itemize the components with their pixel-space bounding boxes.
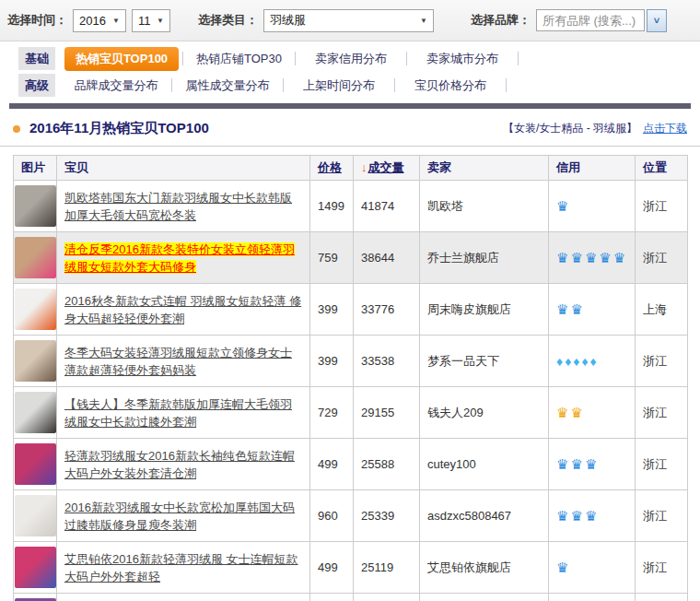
location-cell: 浙江 [636,542,688,594]
location-cell: 浙江 [636,181,688,232]
brand-dropdown-button[interactable]: ˅ [647,9,667,32]
product-thumbnail[interactable] [15,392,56,433]
table-row: 凯欧塔韩国东大门新款羽绒服女中长款韩版加厚大毛领大码宽松冬装 1499 4187… [14,181,688,232]
product-title-link[interactable]: 2016秋冬新款女式连帽 羽绒服女短款轻薄 修身大码超轻轻便外套潮 [64,294,301,325]
volume-cell [354,594,420,601]
tab-hot-items-top100[interactable]: 热销宝贝TOP100 [64,47,179,71]
volume-cell: 25119 [354,542,420,594]
product-thumbnail[interactable] [15,237,56,278]
col-header-volume-sort[interactable]: ↓成交量 [354,156,420,181]
product-thumbnail[interactable] [15,443,56,485]
caret-down-icon: ▼ [420,17,427,25]
month-select[interactable]: 11 ▼ [132,9,170,32]
volume-cell: 33538 [354,336,420,387]
tab-separator [171,78,172,92]
product-title-link[interactable]: 冬季大码女装轻薄羽绒服短款立领修身女士薄款超薄轻便外套妈妈装 [64,346,292,377]
tab-seller-city-distribution[interactable]: 卖家城市分布 [411,47,514,71]
table-row: 艾思铂依2016新款轻薄羽绒服 女士连帽短款大码户外外套超轻 499 25119… [14,542,688,594]
seller-cell: 梦系一品天下 [420,336,549,387]
advanced-tab-row: 高级 品牌成交量分布 属性成交量分布 上架时间分布 宝贝价格分布 [0,72,700,99]
volume-cell: 41874 [354,181,420,232]
table-row: 茄田2016新款韩版修身轻薄反季清仓羽绒服女短款连 ♛♛ [14,594,688,601]
seller-cell: 艾思铂依旗舰店 [420,542,549,594]
product-title-link[interactable]: 清仓反季2016新款冬装特价女装立领轻薄羽绒服女短款外套大码修身 [64,242,295,274]
product-title-link[interactable]: 【钱夫人】冬季新款韩版加厚连帽大毛领羽绒服女中长款过膝外套潮 [64,397,292,429]
price-cell: 729 [310,387,354,439]
product-thumbnail[interactable] [15,340,56,382]
sort-desc-icon: ↓ [361,160,368,174]
seller-cell: 钱夫人209 [420,387,549,439]
volume-cell: 25339 [354,490,420,542]
seller-cell: asdzxc5808467 [420,490,549,542]
tab-group-advanced: 高级 [18,74,55,97]
basic-tab-row: 基础 热销宝贝TOP100 热销店铺TOP30 卖家信用分布 卖家城市分布 [0,45,700,72]
caret-down-icon: ▼ [112,17,120,25]
price-cell: 960 [310,490,354,542]
volume-cell: 25588 [354,439,420,490]
time-filter-label: 选择时间： [7,12,67,29]
product-thumbnail[interactable] [15,547,56,588]
tab-separator [394,78,395,92]
volume-cell: 33776 [354,284,420,336]
credit-icons: ♛♛♛ [556,508,599,524]
month-select-value: 11 [138,14,151,28]
credit-icons: ♛♛ [556,405,585,420]
col-header-seller: 卖家 [420,156,549,181]
location-cell: 浙江 [636,439,688,490]
tab-hot-shops-top30[interactable]: 热销店铺TOP30 [187,47,291,71]
seller-cell: 凯欧塔 [420,181,549,232]
location-cell: 浙江 [636,387,688,439]
brand-filter-label: 选择品牌： [471,12,531,29]
volume-cell: 38644 [354,232,420,284]
chevron-down-icon: ˅ [654,15,659,26]
table-row: 轻薄款羽绒服女2016新款长袖纯色短款连帽大码户外女装外套清仓潮 499 255… [14,439,688,490]
table-row: 2016新款羽绒服女中长款宽松加厚韩国大码过膝韩版修身显瘦冬装潮 960 253… [14,490,688,542]
brand-filter: ˅ [536,9,667,32]
tab-attribute-volume-distribution[interactable]: 属性成交量分布 [176,74,279,98]
price-cell: 399 [310,336,354,387]
product-thumbnail[interactable] [15,289,56,330]
product-thumbnail[interactable] [15,495,56,536]
product-title-link[interactable]: 轻薄款羽绒服女2016新款长袖纯色短款连帽大码户外女装外套清仓潮 [64,449,295,480]
divider [0,146,700,147]
product-thumbnail[interactable] [15,185,56,227]
volume-cell: 29155 [354,387,420,439]
download-link[interactable]: 点击下载 [643,121,687,136]
category-path: 【女装/女士精品 - 羽绒服】 [503,121,637,136]
tab-brand-volume-distribution[interactable]: 品牌成交量分布 [64,74,168,98]
bullet-icon [13,125,20,133]
tab-navigation: 基础 热销宝贝TOP100 热销店铺TOP30 卖家信用分布 卖家城市分布 高级… [0,41,700,109]
tab-separator [518,52,519,65]
col-header-location: 位置 [636,156,688,181]
col-header-price-sort[interactable]: 价格 [310,156,354,181]
seller-cell: 周末嗨皮旗舰店 [420,284,549,336]
tab-item-price-distribution[interactable]: 宝贝价格分布 [399,74,502,98]
tab-separator [506,78,507,92]
top100-table: 图片 宝贝 价格 ↓成交量 卖家 信用 位置 凯欧塔韩国东大门新款羽绒服女中长款… [13,155,688,601]
credit-icons: ♦♦♦♦♦ [556,354,599,369]
tab-separator [182,52,183,65]
year-select[interactable]: 2016 ▼ [73,9,126,32]
category-select[interactable]: 羽绒服 ▼ [263,9,434,32]
category-filter-label: 选择类目： [198,12,258,29]
seller-cell [420,594,549,601]
tab-seller-credit-distribution[interactable]: 卖家信用分布 [299,47,402,71]
location-cell [636,594,688,601]
product-title-link[interactable]: 凯欧塔韩国东大门新款羽绒服女中长款韩版加厚大毛领大码宽松冬装 [64,191,292,222]
tab-listing-time-distribution[interactable]: 上架时间分布 [287,74,391,98]
tab-separator [295,52,296,65]
tab-group-basic: 基础 [18,47,55,70]
brand-search-input[interactable] [536,9,645,31]
price-cell [310,594,354,601]
col-header-image: 图片 [14,156,57,181]
caret-down-icon: ▼ [157,17,164,25]
table-row: 冬季大码女装轻薄羽绒服短款立领修身女士薄款超薄轻便外套妈妈装 399 33538… [14,336,688,387]
product-title-link[interactable]: 2016新款羽绒服女中长款宽松加厚韩国大码过膝韩版修身显瘦冬装潮 [64,501,295,532]
page-title: 2016年11月热销宝贝TOP100 [29,120,209,137]
filter-bar: 选择时间： 2016 ▼ 11 ▼ 选择类目： 羽绒服 ▼ 选择品牌： ˅ [0,0,700,41]
credit-icons: ♛♛♛♛♛ [556,250,627,265]
product-title-link[interactable]: 艾思铂依2016新款轻薄羽绒服 女士连帽短款大码户外外套超轻 [64,552,298,583]
price-cell: 1499 [310,181,354,232]
table-row: 【钱夫人】冬季新款韩版加厚连帽大毛领羽绒服女中长款过膝外套潮 729 29155… [14,387,688,439]
credit-icons: ♛ [556,198,570,214]
